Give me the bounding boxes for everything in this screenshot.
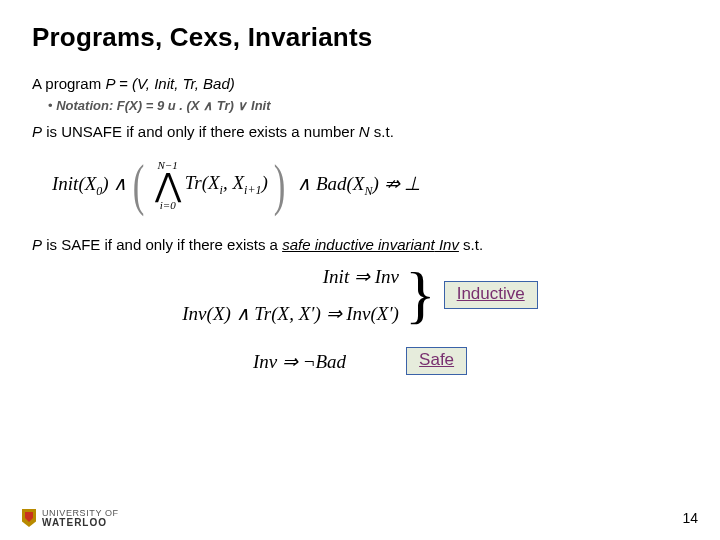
logo-bottom: WATERLOO [42,518,119,528]
f-tr-i1: i+1 [244,183,261,197]
slide: Programs, Cexs, Invariants A program P =… [0,0,720,540]
safe-post: s.t. [459,236,483,253]
safe-inv: Inv [435,236,459,253]
program-def: A program P = (V, Init, Tr, Bad) [32,75,688,92]
rparen: ) [272,156,286,214]
safe-row: Inv ⇒ ¬Bad Safe [32,347,688,375]
ind-line2: Inv(X) ∧ Tr(X, X′) ⇒ Inv(X′) [182,302,399,325]
unsafe-P: P [32,123,42,140]
f-init-close: ) ∧ [102,173,127,194]
def-expr: P = (V, Init, Tr, Bad) [105,75,234,92]
notation-line: Notation: F(X) = 9 u . (X ∧ Tr) ∨ Init [48,98,688,113]
safe-tag: Safe [406,347,467,375]
unsafe-N: N [359,123,370,140]
inductive-formulas: Init ⇒ Inv Inv(X) ∧ Tr(X, X′) ⇒ Inv(X′) [182,265,399,325]
slide-title: Programs, Cexs, Invariants [32,22,688,53]
f-tr: Tr(Xi, Xi+1) [185,172,268,198]
f-init-txt: Init(X [52,173,96,194]
bigwedge-group: ( N−1 ⋀ i=0 Tr(Xi, Xi+1) ) [127,156,291,214]
right-brace-icon: } [405,268,436,322]
lparen: ( [132,156,146,214]
bigwedge-icon: N−1 ⋀ i=0 [155,159,181,211]
bigwedge-bot: i=0 [160,199,176,211]
bigwedge-symbol: ⋀ [155,171,181,199]
f-init: Init(X0) ∧ [52,172,127,199]
unsafe-mid: is UNSAFE if and only if there exists a … [42,123,359,140]
logo-text: UNIVERSITY OF WATERLOO [42,508,119,528]
unsafe-post: s.t. [370,123,394,140]
safe-em: safe inductive invariant [282,236,435,253]
f-tr-close: ) [261,172,267,193]
safe-P: P [32,236,42,253]
safe-mid: is SAFE if and only if there exists a [42,236,282,253]
crest-icon [22,509,36,527]
def-pre: A program [32,75,105,92]
university-logo: UNIVERSITY OF WATERLOO [22,508,119,528]
inductive-tag: Inductive [444,281,538,309]
safe-formula: Inv ⇒ ¬Bad [253,350,346,373]
inductive-block: Init ⇒ Inv Inv(X) ∧ Tr(X, X′) ⇒ Inv(X′) … [32,265,688,325]
ind-line1: Init ⇒ Inv [323,265,399,288]
page-number: 14 [682,510,698,526]
unsafe-line: P is UNSAFE if and only if there exists … [32,123,688,140]
f-bad-close: ) ⇏ ⊥ [372,173,421,194]
f-bad-txt: ∧ Bad(X [297,173,364,194]
f-tr-mid: , X [223,172,244,193]
unsafe-formula: Init(X0) ∧ ( N−1 ⋀ i=0 Tr(Xi, Xi+1) ) ∧ … [52,156,688,214]
notation-text: Notation: F(X) = 9 u . (X ∧ Tr) ∨ Init [56,98,270,113]
safe-line: P is SAFE if and only if there exists a … [32,236,688,253]
f-bad: ∧ Bad(XN) ⇏ ⊥ [297,172,421,199]
f-tr-txt: Tr(X [185,172,220,193]
